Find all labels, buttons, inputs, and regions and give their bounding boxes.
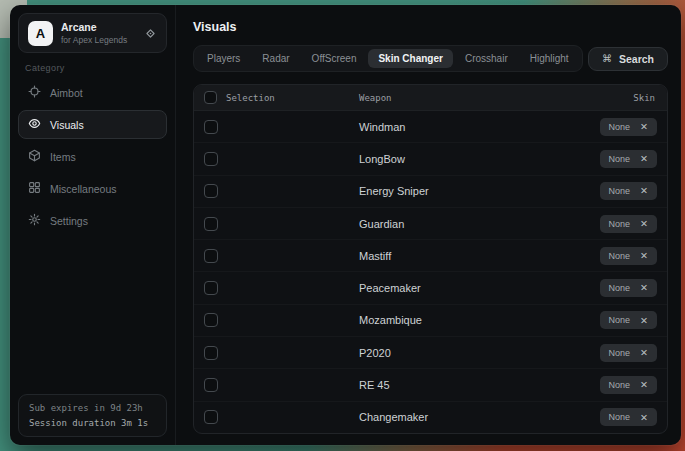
eye-icon [28, 117, 41, 132]
sidebar-item-label: Settings [50, 215, 88, 227]
table-row: Guardian None✕ [194, 208, 667, 240]
sidebar-item-label: Items [50, 151, 76, 163]
search-button[interactable]: ⌘ Search [588, 47, 668, 71]
skin-select-badge[interactable]: None✕ [600, 311, 657, 329]
sidebar-nav: Aimbot Visuals Items Miscellaneous [18, 78, 167, 235]
table-row: P2020 None✕ [194, 337, 667, 369]
skin-value: None [609, 154, 631, 164]
subscription-info-card: Sub expires in 9d 23h Session duration 3… [18, 394, 167, 437]
selection-header-cell: Selection [194, 91, 344, 104]
gear-icon [28, 213, 41, 228]
weapon-name: Mozambique [344, 314, 577, 326]
table-row: Windman None✕ [194, 111, 667, 143]
select-all-checkbox[interactable] [204, 91, 217, 104]
row-checkbox[interactable] [204, 313, 218, 327]
table-header-row: Selection Weapon Skin [194, 85, 667, 111]
weapon-name: Changemaker [344, 411, 577, 423]
table-row: Energy Sniper None✕ [194, 176, 667, 208]
weapon-name: P2020 [344, 347, 577, 359]
skin-value: None [609, 219, 631, 229]
skin-value: None [609, 315, 631, 325]
table-row: RE 45 None✕ [194, 369, 667, 401]
skin-value: None [609, 380, 631, 390]
sidebar-item-label: Visuals [50, 119, 84, 131]
clear-skin-icon[interactable]: ✕ [640, 380, 648, 390]
table-row: Changemaker None✕ [194, 402, 667, 433]
main-panel: Visuals Players Radar OffScreen Skin Cha… [177, 5, 681, 445]
crosshair-icon [28, 85, 41, 100]
weapon-column-header: Weapon [344, 93, 577, 103]
table-row: Mozambique None✕ [194, 305, 667, 337]
weapon-name: LongBow [344, 153, 577, 165]
sub-expires-text: Sub expires in 9d 23h [29, 403, 156, 413]
row-checkbox[interactable] [204, 217, 218, 231]
tab-skin-changer[interactable]: Skin Changer [368, 49, 452, 68]
search-button-label: Search [619, 53, 654, 65]
tab-players[interactable]: Players [197, 49, 250, 68]
session-duration-text: Session duration 3m 1s [29, 418, 156, 428]
sidebar-item-settings[interactable]: Settings [18, 206, 167, 235]
skin-select-badge[interactable]: None✕ [600, 376, 657, 394]
sidebar-item-miscellaneous[interactable]: Miscellaneous [18, 174, 167, 203]
grid-icon [28, 181, 41, 196]
table-row: LongBow None✕ [194, 143, 667, 175]
skin-select-badge[interactable]: None✕ [600, 247, 657, 265]
skin-value: None [609, 186, 631, 196]
app-name: Arcane [61, 21, 127, 33]
skin-select-badge[interactable]: None✕ [600, 279, 657, 297]
app-header-card: A Arcane for Apex Legends [18, 13, 167, 53]
tab-offscreen[interactable]: OffScreen [302, 49, 367, 68]
clear-skin-icon[interactable]: ✕ [640, 316, 648, 326]
sidebar-item-items[interactable]: Items [18, 142, 167, 171]
skin-changer-table: Selection Weapon Skin Windman None✕ Long… [193, 84, 668, 434]
skin-column-header: Skin [577, 93, 667, 103]
clear-skin-icon[interactable]: ✕ [640, 413, 648, 423]
clear-skin-icon[interactable]: ✕ [640, 122, 648, 132]
weapon-name: Mastiff [344, 250, 577, 262]
row-checkbox[interactable] [204, 152, 218, 166]
row-checkbox[interactable] [204, 410, 218, 424]
row-checkbox[interactable] [204, 281, 218, 295]
weapon-name: Peacemaker [344, 282, 577, 294]
clear-skin-icon[interactable]: ✕ [640, 283, 648, 293]
skin-select-badge[interactable]: None✕ [600, 344, 657, 362]
table-row: Mastiff None✕ [194, 240, 667, 272]
sidebar-item-visuals[interactable]: Visuals [18, 110, 167, 139]
skin-select-badge[interactable]: None✕ [600, 408, 657, 426]
skin-value: None [609, 251, 631, 261]
app-window: A Arcane for Apex Legends Category Aimbo… [10, 5, 681, 445]
selection-column-header: Selection [226, 93, 275, 103]
skin-value: None [609, 412, 631, 422]
skin-select-badge[interactable]: None✕ [600, 118, 657, 136]
tab-highlight[interactable]: Highlight [520, 49, 579, 68]
weapon-name: RE 45 [344, 379, 577, 391]
row-checkbox[interactable] [204, 120, 218, 134]
clear-skin-icon[interactable]: ✕ [640, 219, 648, 229]
sidebar-item-label: Miscellaneous [50, 183, 117, 195]
tab-radar[interactable]: Radar [252, 49, 299, 68]
row-checkbox[interactable] [204, 346, 218, 360]
page-title: Visuals [193, 20, 237, 34]
skin-value: None [609, 283, 631, 293]
command-key-icon: ⌘ [602, 53, 612, 64]
row-checkbox[interactable] [204, 378, 218, 392]
weapon-name: Guardian [344, 218, 577, 230]
sidebar-item-label: Aimbot [50, 87, 83, 99]
row-checkbox[interactable] [204, 249, 218, 263]
clear-skin-icon[interactable]: ✕ [640, 348, 648, 358]
tab-crosshair[interactable]: Crosshair [455, 49, 518, 68]
sidebar-item-aimbot[interactable]: Aimbot [18, 78, 167, 107]
skin-select-badge[interactable]: None✕ [600, 215, 657, 233]
theme-toggle-icon[interactable] [144, 27, 157, 40]
skin-select-badge[interactable]: None✕ [600, 182, 657, 200]
skin-select-badge[interactable]: None✕ [600, 150, 657, 168]
cube-icon [28, 149, 41, 164]
table-body: Windman None✕ LongBow None✕ Energy Snipe… [194, 111, 667, 433]
app-logo: A [28, 21, 53, 46]
row-checkbox[interactable] [204, 184, 218, 198]
skin-value: None [609, 348, 631, 358]
clear-skin-icon[interactable]: ✕ [640, 186, 648, 196]
clear-skin-icon[interactable]: ✕ [640, 154, 648, 164]
app-subtitle: for Apex Legends [61, 35, 127, 45]
clear-skin-icon[interactable]: ✕ [640, 251, 648, 261]
